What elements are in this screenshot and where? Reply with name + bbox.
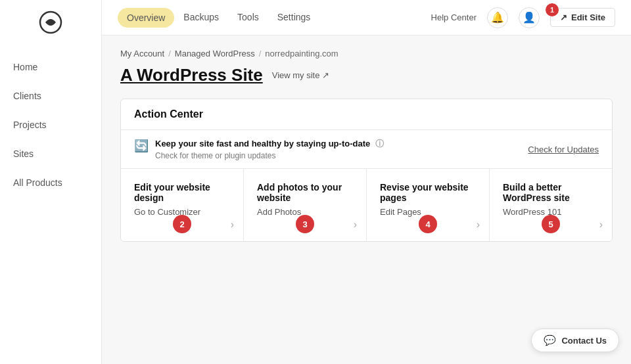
help-center-link[interactable]: Help Center bbox=[431, 12, 477, 22]
topbar-right: Help Center 🔔 👤 1 ↗ Edit Site bbox=[431, 7, 615, 28]
update-notice-left: 🔄 Keep your site fast and healthy by sta… bbox=[134, 138, 384, 160]
main-area: Overview Backups Tools Settings Help Cen… bbox=[102, 0, 631, 364]
tab-tools[interactable]: Tools bbox=[228, 0, 268, 35]
card-design-arrow: › bbox=[231, 219, 234, 231]
sidebar-item-sites[interactable]: Sites bbox=[0, 139, 101, 168]
user-icon[interactable]: 👤 bbox=[519, 7, 540, 28]
edit-site-label: Edit Site bbox=[571, 12, 605, 22]
action-card-design[interactable]: Edit your website design Go to Customize… bbox=[121, 169, 244, 241]
info-icon: ⓘ bbox=[375, 139, 384, 148]
card-build-arrow: › bbox=[599, 219, 603, 231]
view-my-site-link[interactable]: View my site ↗ bbox=[272, 70, 330, 80]
view-site-label: View my site bbox=[272, 70, 320, 80]
tab-backups[interactable]: Backups bbox=[174, 0, 228, 35]
tab-overview[interactable]: Overview bbox=[118, 8, 174, 28]
action-center-header: Action Center bbox=[121, 99, 612, 130]
sidebar-item-all-products[interactable]: All Products bbox=[0, 168, 101, 197]
step-badge-3: 3 bbox=[296, 215, 314, 233]
update-sub-text: Check for theme or plugin updates bbox=[155, 151, 384, 160]
external-link-icon: ↗ bbox=[322, 70, 329, 80]
sidebar-item-projects[interactable]: Projects bbox=[0, 110, 101, 139]
sidebar-nav: Home Clients Projects Sites All Products bbox=[0, 53, 101, 197]
step-badge-4: 4 bbox=[419, 215, 437, 233]
check-updates-link[interactable]: Check for Updates bbox=[528, 145, 599, 154]
page-title: A WordPress Site bbox=[120, 65, 263, 85]
breadcrumb-site-name: norredpainting.com bbox=[265, 49, 338, 58]
action-center: Action Center 🔄 Keep your site fast and … bbox=[120, 99, 613, 242]
breadcrumb-sep-2: / bbox=[259, 49, 262, 58]
notifications-icon[interactable]: 🔔 bbox=[487, 7, 508, 28]
tab-settings[interactable]: Settings bbox=[268, 0, 320, 35]
chat-icon: 💬 bbox=[544, 334, 556, 346]
action-card-build[interactable]: Build a better WordPress site WordPress … bbox=[490, 169, 612, 241]
card-pages-arrow: › bbox=[477, 219, 480, 231]
action-cards: Edit your website design Go to Customize… bbox=[121, 169, 612, 241]
sidebar-item-clients[interactable]: Clients bbox=[0, 81, 101, 110]
card-design-title: Edit your website design bbox=[134, 182, 230, 203]
card-photos-arrow: › bbox=[354, 219, 357, 231]
update-text: Keep your site fast and healthy by stayi… bbox=[155, 138, 384, 160]
sidebar: Home Clients Projects Sites All Products bbox=[0, 0, 102, 364]
contact-us-button[interactable]: 💬 Contact Us bbox=[531, 329, 619, 352]
page-title-row: A WordPress Site View my site ↗ bbox=[120, 65, 613, 85]
edit-site-badge: 1 bbox=[546, 3, 559, 16]
edit-site-button[interactable]: 1 ↗ Edit Site bbox=[550, 8, 615, 27]
topbar: Overview Backups Tools Settings Help Cen… bbox=[102, 0, 631, 35]
breadcrumb-my-account[interactable]: My Account bbox=[120, 49, 164, 58]
logo-icon bbox=[39, 11, 62, 34]
breadcrumb-managed-wordpress[interactable]: Managed WordPress bbox=[175, 49, 255, 58]
content-area: My Account / Managed WordPress / norredp… bbox=[102, 35, 631, 364]
card-build-title: Build a better WordPress site bbox=[503, 182, 599, 203]
card-pages-title: Revise your website pages bbox=[380, 182, 476, 203]
breadcrumb-sep-1: / bbox=[168, 49, 171, 58]
contact-us-label: Contact Us bbox=[561, 336, 607, 346]
external-link-icon: ↗ bbox=[560, 12, 567, 22]
action-card-photos[interactable]: Add photos to your website Add Photos › … bbox=[244, 169, 367, 241]
card-photos-title: Add photos to your website bbox=[257, 182, 353, 203]
refresh-icon: 🔄 bbox=[134, 139, 149, 153]
action-card-pages[interactable]: Revise your website pages Edit Pages › 4 bbox=[367, 169, 490, 241]
update-notice: 🔄 Keep your site fast and healthy by sta… bbox=[121, 130, 612, 169]
tab-bar: Overview Backups Tools Settings bbox=[118, 0, 319, 35]
step-badge-2: 2 bbox=[173, 215, 191, 233]
update-bold-text: Keep your site fast and healthy by stayi… bbox=[155, 138, 384, 150]
breadcrumb: My Account / Managed WordPress / norredp… bbox=[120, 49, 613, 58]
step-badge-5: 5 bbox=[542, 215, 560, 233]
sidebar-item-home[interactable]: Home bbox=[0, 53, 101, 81]
